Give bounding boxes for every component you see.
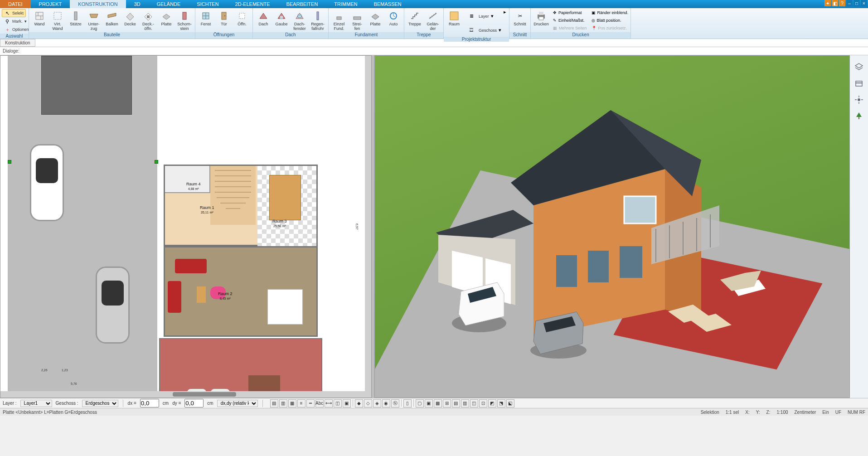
grid-2-icon[interactable]: ▣ bbox=[425, 399, 433, 407]
grid-11-icon[interactable]: ⬕ bbox=[506, 399, 514, 407]
unterzug-button[interactable]: Unter-zug bbox=[85, 9, 102, 32]
schornstein-button[interactable]: Schorn-stein bbox=[176, 9, 193, 32]
selection-handle[interactable] bbox=[155, 160, 158, 164]
gaube-button[interactable]: Gaube bbox=[273, 9, 290, 28]
align-center-icon[interactable]: ▥ bbox=[279, 399, 287, 407]
tur-button[interactable]: Tür bbox=[215, 9, 233, 28]
select-rect-icon[interactable]: ◫ bbox=[334, 399, 342, 407]
projektstruktur-more[interactable]: ▸ bbox=[503, 9, 507, 15]
dach-button[interactable]: Dach bbox=[255, 9, 272, 28]
window-maximize[interactable]: □ bbox=[853, 0, 860, 6]
dimension-icon[interactable]: ⟷ bbox=[325, 399, 333, 407]
menu-trimmen[interactable]: TRIMMEN bbox=[326, 0, 365, 8]
coord-mode-select[interactable]: dx,dy (relativ ka bbox=[217, 400, 258, 407]
wand-icon bbox=[34, 10, 45, 21]
pos-reset-button[interactable]: 📍Pos zurücksetz. bbox=[591, 24, 629, 32]
menu-2delemente[interactable]: 2D-ELEMENTE bbox=[227, 0, 278, 8]
tree-tool-icon[interactable] bbox=[853, 111, 864, 121]
virtwand-button[interactable]: Virt.Wand bbox=[49, 9, 66, 32]
raum-button[interactable]: Raum bbox=[446, 9, 463, 28]
menu-3d[interactable]: 3D bbox=[126, 0, 149, 8]
balken-button[interactable]: Balken bbox=[103, 9, 121, 28]
list-icon[interactable]: ≡ bbox=[297, 399, 305, 407]
grid-8-icon[interactable]: ⊡ bbox=[479, 399, 487, 407]
h-scrollbar[interactable] bbox=[0, 391, 371, 398]
snap-2-icon[interactable]: ◇ bbox=[364, 399, 372, 407]
v-scrollbar[interactable] bbox=[365, 56, 371, 398]
window-minimize[interactable]: – bbox=[846, 0, 853, 6]
grid-7-icon[interactable]: ◫ bbox=[470, 399, 478, 407]
layer-dropdown[interactable]: ≣Layer▾ bbox=[466, 9, 502, 23]
window-close[interactable]: × bbox=[861, 0, 867, 6]
grid-6-icon[interactable]: ▥ bbox=[461, 399, 469, 407]
overlap-icon[interactable]: ▣ bbox=[343, 399, 351, 407]
grid-4-icon[interactable]: ⊞ bbox=[443, 399, 451, 407]
menu-datei[interactable]: DATEI bbox=[0, 0, 31, 8]
status-z: Z: bbox=[766, 410, 771, 415]
snap-3-icon[interactable]: ◈ bbox=[373, 399, 381, 407]
treppe-button[interactable]: Treppe bbox=[406, 9, 423, 28]
dachfenster-button[interactable]: Dach-fenster bbox=[291, 9, 308, 32]
grid-10-icon[interactable]: ⬔ bbox=[497, 399, 505, 407]
align-left-icon[interactable]: ▤ bbox=[270, 399, 278, 407]
grid-9-icon[interactable]: ◩ bbox=[488, 399, 496, 407]
platte2-button[interactable]: Platte bbox=[367, 9, 384, 28]
schnitt-button[interactable]: ✂Schnitt bbox=[511, 9, 529, 28]
fenst-button[interactable]: Fenst bbox=[197, 9, 214, 28]
layer-select[interactable]: Layer1 bbox=[20, 400, 52, 407]
gelander-button[interactable]: Gelän-der bbox=[424, 9, 441, 32]
grid-5-icon[interactable]: ▤ bbox=[452, 399, 460, 407]
plus-icon: ＋ bbox=[4, 26, 10, 33]
snap-n-icon[interactable]: Ⓝ bbox=[391, 399, 399, 407]
menu-konstruktion[interactable]: KONSTRUKTION bbox=[70, 0, 126, 8]
titlebar-help-icon[interactable]: ? bbox=[839, 0, 845, 6]
selection-handle[interactable] bbox=[8, 160, 11, 164]
menu-sichten[interactable]: SICHTEN bbox=[189, 0, 227, 8]
wand-button[interactable]: Wand bbox=[31, 9, 48, 28]
dash-icon[interactable]: ━ bbox=[306, 399, 315, 407]
offn-button[interactable]: Öffn. bbox=[233, 9, 251, 28]
rander-button[interactable]: ▣Ränder einblend. bbox=[591, 9, 629, 16]
grid-1-icon[interactable]: ▢ bbox=[416, 399, 424, 407]
regenfallrohr-button[interactable]: Regen-fallrohr bbox=[309, 9, 326, 32]
platte-button[interactable]: Platte bbox=[158, 9, 175, 28]
layers-tool-icon[interactable] bbox=[853, 62, 864, 73]
mark-button[interactable]: ⚲Mark.▾ bbox=[2, 17, 29, 25]
grid-3-icon[interactable]: ▦ bbox=[434, 399, 442, 407]
text-icon[interactable]: Abc bbox=[315, 399, 324, 407]
deckoffn-button[interactable]: Deck.-öffn. bbox=[140, 9, 157, 32]
auto-button[interactable]: Auto bbox=[385, 9, 402, 28]
menu-bemassen[interactable]: BEMASSEN bbox=[366, 0, 410, 8]
titlebar-icon-1[interactable]: ✦ bbox=[824, 0, 831, 6]
menu-bearbeiten[interactable]: BEARBEITEN bbox=[278, 0, 326, 8]
menu-gelaende[interactable]: GELÄNDE bbox=[149, 0, 189, 8]
orbit-tool-icon[interactable] bbox=[853, 94, 864, 105]
furniture-tool-icon[interactable] bbox=[853, 78, 864, 89]
svg-point-12 bbox=[224, 15, 225, 16]
einheit-button[interactable]: ✎Einheit/Maßst. bbox=[553, 17, 587, 24]
menu-projekt[interactable]: PROJEKT bbox=[31, 0, 70, 8]
stutze-button[interactable]: Stütze bbox=[67, 9, 84, 28]
snap-1-icon[interactable]: ◆ bbox=[355, 399, 363, 407]
drucken-button[interactable]: Drucken bbox=[533, 9, 550, 28]
blatt-position-button[interactable]: ◎Blatt position. bbox=[591, 17, 629, 24]
snap-4-icon[interactable]: ◉ bbox=[382, 399, 390, 407]
dy-input[interactable] bbox=[184, 399, 204, 407]
geschoss-dropdown[interactable]: ☲Geschoss▾ bbox=[466, 23, 502, 37]
dx-input[interactable] bbox=[140, 399, 159, 407]
einzelfund-button[interactable]: EinzelFund. bbox=[330, 9, 348, 32]
ortho-icon[interactable]: ▯ bbox=[403, 399, 412, 407]
h-scroll-thumb[interactable] bbox=[173, 392, 236, 397]
decke-button[interactable]: Decke bbox=[121, 9, 139, 28]
selekt-button[interactable]: ↖Selekt bbox=[2, 9, 26, 17]
geschoss-select[interactable]: Erdgeschos bbox=[82, 400, 118, 407]
context-tab-konstruktion[interactable]: Konstruktion bbox=[0, 39, 35, 47]
3d-viewport[interactable] bbox=[374, 55, 850, 398]
titlebar-icon-2[interactable]: ◧ bbox=[832, 0, 838, 6]
streifen-button[interactable]: Strei-fen bbox=[349, 9, 366, 32]
optionen-button[interactable]: ＋Optionen bbox=[2, 25, 31, 34]
align-full-icon[interactable]: ▦ bbox=[288, 399, 296, 407]
2d-viewport[interactable]: Raum 44,88 m² Raum 120,11 m² Raum 325,50… bbox=[0, 55, 372, 398]
papierformat-button[interactable]: ✥Papierformat bbox=[553, 9, 587, 16]
mehrere-seiten-button[interactable]: ▦Mehrere Seiten bbox=[553, 24, 587, 32]
